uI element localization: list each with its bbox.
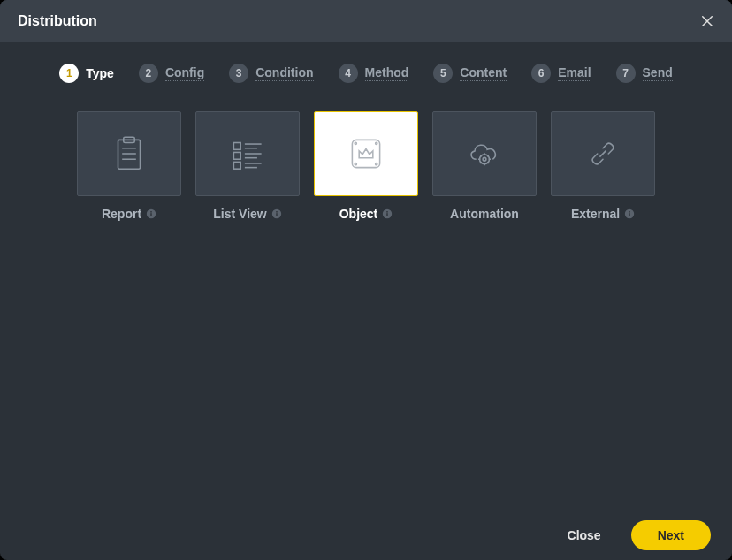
next-button[interactable]: Next xyxy=(631,520,711,550)
step-number: 6 xyxy=(531,64,551,83)
svg-rect-26 xyxy=(387,211,388,213)
modal-title: Distribution xyxy=(18,13,97,29)
step-label: Type xyxy=(86,66,114,81)
info-icon[interactable] xyxy=(146,208,156,219)
card-label: Report xyxy=(102,207,141,221)
card-automation[interactable] xyxy=(432,111,537,196)
svg-line-37 xyxy=(487,155,489,157)
close-button[interactable]: Close xyxy=(557,519,612,551)
card-external[interactable] xyxy=(551,111,655,196)
step-label: Method xyxy=(365,65,409,81)
step-label: Condition xyxy=(255,65,313,81)
svg-point-21 xyxy=(355,142,356,144)
svg-rect-11 xyxy=(233,152,240,159)
card-object[interactable] xyxy=(314,111,418,196)
step-number: 4 xyxy=(339,64,358,83)
card-label-row: Object xyxy=(339,207,393,221)
modal-body: 1 Type 2 Config 3 Condition 4 Method 5 C… xyxy=(0,42,732,511)
card-label-row: Report xyxy=(102,207,156,221)
card-report[interactable] xyxy=(77,111,181,196)
crown-box-icon xyxy=(344,132,388,176)
svg-rect-8 xyxy=(233,143,240,150)
svg-rect-40 xyxy=(629,213,629,216)
svg-rect-19 xyxy=(276,213,277,216)
link-icon xyxy=(581,132,625,176)
step-content[interactable]: 5 Content xyxy=(433,64,507,83)
clipboard-icon xyxy=(107,132,151,176)
card-label-row: External xyxy=(571,207,635,221)
card-label: List View xyxy=(213,207,266,221)
info-icon[interactable] xyxy=(271,208,282,219)
svg-point-29 xyxy=(483,157,486,161)
type-card-report: Report xyxy=(78,111,180,221)
wizard-stepper: 1 Type 2 Config 3 Condition 4 Method 5 C… xyxy=(35,64,697,83)
svg-rect-6 xyxy=(150,211,151,213)
card-label-row: Automation xyxy=(450,207,519,221)
modal-header: Distribution xyxy=(0,0,732,42)
list-icon xyxy=(225,132,270,176)
type-cards: Report xyxy=(35,111,697,221)
modal-footer: Close Next xyxy=(0,511,732,560)
step-label: Content xyxy=(460,65,507,81)
svg-rect-27 xyxy=(387,213,388,216)
step-type[interactable]: 1 Type xyxy=(59,64,114,83)
step-number: 1 xyxy=(59,64,79,83)
svg-line-34 xyxy=(480,155,482,157)
step-number: 5 xyxy=(433,64,453,83)
step-number: 3 xyxy=(229,64,248,83)
svg-rect-7 xyxy=(150,213,151,216)
step-send[interactable]: 7 Send xyxy=(616,64,673,83)
card-label: External xyxy=(571,207,620,221)
close-icon[interactable] xyxy=(697,11,718,32)
svg-point-23 xyxy=(355,163,356,165)
info-icon[interactable] xyxy=(624,208,635,219)
svg-rect-14 xyxy=(233,162,240,169)
type-card-object: Object xyxy=(315,111,417,221)
card-label: Object xyxy=(339,207,378,221)
type-card-external: External xyxy=(552,111,654,221)
distribution-modal: Distribution 1 Type 2 Config 3 Condition… xyxy=(0,0,732,560)
step-label: Send xyxy=(643,65,673,81)
svg-point-24 xyxy=(376,163,377,165)
step-number: 2 xyxy=(139,64,158,83)
svg-line-36 xyxy=(480,162,482,163)
type-card-automation: Automation xyxy=(433,111,536,221)
step-label: Config xyxy=(165,65,204,81)
card-label-row: List View xyxy=(213,207,281,221)
svg-line-35 xyxy=(487,162,489,163)
svg-rect-18 xyxy=(276,211,277,213)
step-email[interactable]: 6 Email xyxy=(531,64,591,83)
info-icon[interactable] xyxy=(382,208,393,219)
card-label: Automation xyxy=(450,207,519,221)
type-card-listview: List View xyxy=(196,111,299,221)
svg-rect-39 xyxy=(629,211,629,213)
step-number: 7 xyxy=(616,64,636,83)
card-listview[interactable] xyxy=(195,111,300,196)
step-config[interactable]: 2 Config xyxy=(139,64,204,83)
cloud-gear-icon xyxy=(462,132,507,176)
step-label: Email xyxy=(558,65,591,81)
svg-point-22 xyxy=(376,142,377,144)
step-method[interactable]: 4 Method xyxy=(339,64,409,83)
step-condition[interactable]: 3 Condition xyxy=(229,64,313,83)
